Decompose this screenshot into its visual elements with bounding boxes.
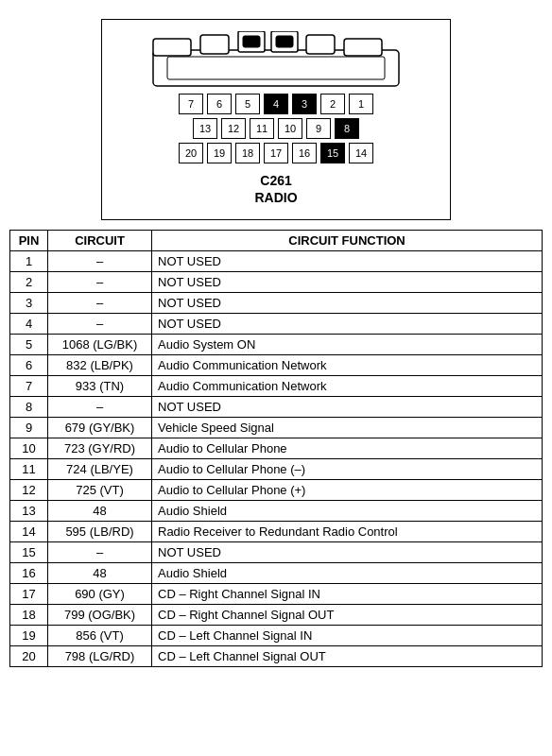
cell-function: Radio Receiver to Redundant Radio Contro… xyxy=(152,522,543,542)
cell-pin: 9 xyxy=(10,418,48,438)
pin-box-20: 20 xyxy=(179,143,203,163)
cell-circuit: – xyxy=(48,293,152,314)
pin-box-18: 18 xyxy=(235,143,260,163)
cell-circuit: 724 (LB/YE) xyxy=(48,459,152,480)
table-row: 17690 (GY)CD – Right Channel Signal IN xyxy=(10,584,543,605)
pin-box-14: 14 xyxy=(349,143,373,163)
cell-circuit: – xyxy=(48,251,152,272)
svg-rect-1 xyxy=(153,39,191,56)
table-row: 11724 (LB/YE)Audio to Cellular Phone (–) xyxy=(10,459,543,480)
cell-function: Audio to Cellular Phone (+) xyxy=(152,480,543,501)
pin-box-5: 5 xyxy=(235,94,260,114)
page: 7654321 1312111098 20191817161514 C261 R… xyxy=(0,0,552,677)
pin-box-15: 15 xyxy=(320,143,345,163)
cell-function: CD – Right Channel Signal IN xyxy=(152,584,543,605)
cell-circuit: 933 (TN) xyxy=(48,376,152,397)
cell-circuit: – xyxy=(48,272,152,293)
table-row: 2–NOT USED xyxy=(10,272,543,293)
cell-pin: 8 xyxy=(10,397,48,418)
table-row: 7933 (TN)Audio Communication Network xyxy=(10,376,543,397)
connector-shape-svg xyxy=(144,31,408,88)
cell-function: NOT USED xyxy=(152,251,543,272)
table-row: 51068 (LG/BK)Audio System ON xyxy=(10,335,543,355)
pin-box-1: 1 xyxy=(349,94,373,114)
cell-circuit: 48 xyxy=(48,563,152,584)
cell-pin: 11 xyxy=(10,459,48,480)
table-row: 15–NOT USED xyxy=(10,542,543,563)
svg-rect-6 xyxy=(276,36,293,47)
pin-box-10: 10 xyxy=(278,118,302,139)
col-header-pin: PIN xyxy=(10,231,48,251)
cell-pin: 3 xyxy=(10,293,48,314)
cell-pin: 6 xyxy=(10,355,48,376)
cell-function: Audio System ON xyxy=(152,335,543,355)
table-row: 10723 (GY/RD)Audio to Cellular Phone xyxy=(10,438,543,459)
svg-rect-7 xyxy=(306,35,335,54)
cell-pin: 1 xyxy=(10,251,48,272)
cell-circuit: 725 (VT) xyxy=(48,480,152,501)
cell-circuit: 723 (GY/RD) xyxy=(48,438,152,459)
cell-pin: 19 xyxy=(10,626,48,646)
cell-pin: 17 xyxy=(10,584,48,605)
table-row: 1348Audio Shield xyxy=(10,501,543,522)
svg-rect-8 xyxy=(344,39,382,56)
pin-row-2: 1312111098 xyxy=(112,118,440,139)
col-header-circuit: CIRCUIT xyxy=(48,231,152,251)
cell-function: NOT USED xyxy=(152,272,543,293)
connector-type: RADIO xyxy=(112,190,440,205)
pin-box-17: 17 xyxy=(264,143,288,163)
table-row: 4–NOT USED xyxy=(10,314,543,335)
cell-circuit: 48 xyxy=(48,501,152,522)
pin-box-8: 8 xyxy=(335,118,359,139)
pin-box-9: 9 xyxy=(306,118,331,139)
cell-pin: 7 xyxy=(10,376,48,397)
cell-circuit: 832 (LB/PK) xyxy=(48,355,152,376)
cell-pin: 14 xyxy=(10,522,48,542)
cell-function: CD – Left Channel Signal IN xyxy=(152,626,543,646)
pin-box-11: 11 xyxy=(250,118,274,139)
cell-pin: 15 xyxy=(10,542,48,563)
cell-circuit: 1068 (LG/BK) xyxy=(48,335,152,355)
cell-pin: 2 xyxy=(10,272,48,293)
cell-function: NOT USED xyxy=(152,314,543,335)
cell-function: CD – Left Channel Signal OUT xyxy=(152,646,543,667)
pin-row-3: 20191817161514 xyxy=(112,143,440,163)
cell-circuit: 679 (GY/BK) xyxy=(48,418,152,438)
pin-table: PIN CIRCUIT CIRCUIT FUNCTION 1–NOT USED2… xyxy=(9,230,543,667)
cell-pin: 13 xyxy=(10,501,48,522)
pin-box-19: 19 xyxy=(207,143,232,163)
cell-pin: 18 xyxy=(10,605,48,626)
pin-box-7: 7 xyxy=(179,94,203,114)
svg-rect-9 xyxy=(167,57,385,79)
pin-box-4: 4 xyxy=(264,94,288,114)
svg-rect-4 xyxy=(243,36,260,47)
cell-pin: 10 xyxy=(10,438,48,459)
cell-function: CD – Right Channel Signal OUT xyxy=(152,605,543,626)
connector-diagram: 7654321 1312111098 20191817161514 C261 R… xyxy=(101,19,451,220)
cell-circuit: 798 (LG/RD) xyxy=(48,646,152,667)
cell-function: NOT USED xyxy=(152,542,543,563)
pin-box-3: 3 xyxy=(292,94,317,114)
table-row: 8–NOT USED xyxy=(10,397,543,418)
svg-rect-2 xyxy=(200,35,229,54)
cell-pin: 16 xyxy=(10,563,48,584)
table-row: 9679 (GY/BK)Vehicle Speed Signal xyxy=(10,418,543,438)
cell-function: NOT USED xyxy=(152,397,543,418)
cell-function: Audio Shield xyxy=(152,563,543,584)
col-header-function: CIRCUIT FUNCTION xyxy=(152,231,543,251)
cell-function: Audio Communication Network xyxy=(152,355,543,376)
table-row: 14595 (LB/RD)Radio Receiver to Redundant… xyxy=(10,522,543,542)
cell-circuit: 856 (VT) xyxy=(48,626,152,646)
pin-row-1: 7654321 xyxy=(112,94,440,114)
cell-function: Audio Shield xyxy=(152,501,543,522)
cell-function: Vehicle Speed Signal xyxy=(152,418,543,438)
table-header-row: PIN CIRCUIT CIRCUIT FUNCTION xyxy=(10,231,543,251)
cell-pin: 5 xyxy=(10,335,48,355)
table-row: 20798 (LG/RD)CD – Left Channel Signal OU… xyxy=(10,646,543,667)
cell-circuit: 799 (OG/BK) xyxy=(48,605,152,626)
cell-pin: 12 xyxy=(10,480,48,501)
table-row: 1648Audio Shield xyxy=(10,563,543,584)
cell-circuit: – xyxy=(48,542,152,563)
cell-function: Audio Communication Network xyxy=(152,376,543,397)
cell-circuit: – xyxy=(48,314,152,335)
